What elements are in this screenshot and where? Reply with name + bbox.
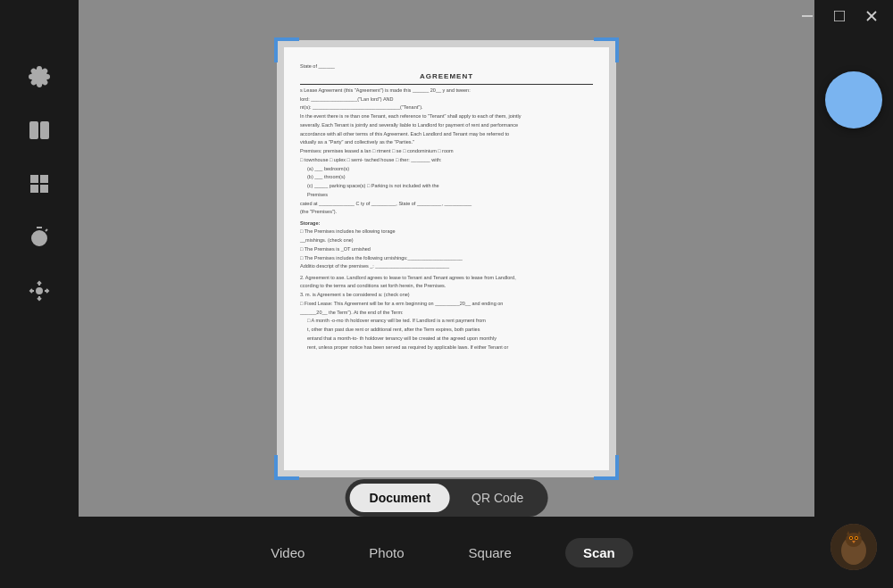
svg-point-25 [850, 537, 852, 539]
mode-scan-button[interactable]: Scan [565, 538, 633, 567]
grid-icon[interactable] [16, 161, 63, 207]
svg-rect-1 [834, 11, 845, 21]
corner-guide-tl [274, 37, 299, 62]
scan-mode-tabs: Document QR Code [346, 479, 548, 517]
tab-document[interactable]: Document [350, 484, 450, 512]
timer-icon[interactable] [16, 214, 63, 261]
svg-rect-9 [31, 186, 38, 192]
camera-area: State of ______ AGREEMENT s Lease Agreem… [79, 0, 814, 517]
corner-guide-bl [274, 455, 299, 480]
maximize-button[interactable] [825, 2, 854, 30]
compare-icon[interactable] [16, 107, 63, 153]
sidebar [0, 0, 79, 588]
move-icon[interactable] [16, 268, 63, 314]
document-preview: State of ______ AGREEMENT s Lease Agreem… [284, 47, 609, 470]
svg-rect-5 [30, 122, 38, 138]
svg-point-15 [37, 288, 42, 294]
avatar[interactable] [830, 524, 877, 570]
corner-guide-tr [594, 37, 619, 62]
doc-state-line: State of ______ [300, 62, 593, 70]
svg-rect-7 [31, 176, 38, 182]
svg-rect-0 [802, 15, 813, 17]
settings-icon[interactable] [16, 54, 63, 100]
svg-line-14 [46, 229, 47, 231]
bottom-bar: Video Photo Square Scan [79, 517, 814, 588]
doc-title: AGREEMENT [300, 71, 593, 85]
close-button[interactable] [857, 2, 886, 30]
tab-qr-code[interactable]: QR Code [452, 484, 543, 512]
svg-point-26 [855, 537, 857, 539]
corner-guide-br [594, 455, 619, 480]
svg-rect-10 [41, 186, 47, 192]
minimize-button[interactable] [793, 2, 822, 30]
title-bar [793, 0, 893, 32]
doc-intro: s Lease Agreement (this "Agreement") is … [300, 87, 593, 94]
action-circle-button[interactable] [825, 71, 882, 128]
document-scanner: State of ______ AGREEMENT s Lease Agreem… [277, 40, 616, 477]
mode-video-button[interactable]: Video [260, 538, 315, 567]
svg-rect-6 [41, 122, 48, 138]
mode-photo-button[interactable]: Photo [358, 538, 414, 567]
svg-rect-8 [41, 176, 47, 182]
right-panel [814, 0, 893, 588]
mode-square-button[interactable]: Square [458, 538, 522, 567]
